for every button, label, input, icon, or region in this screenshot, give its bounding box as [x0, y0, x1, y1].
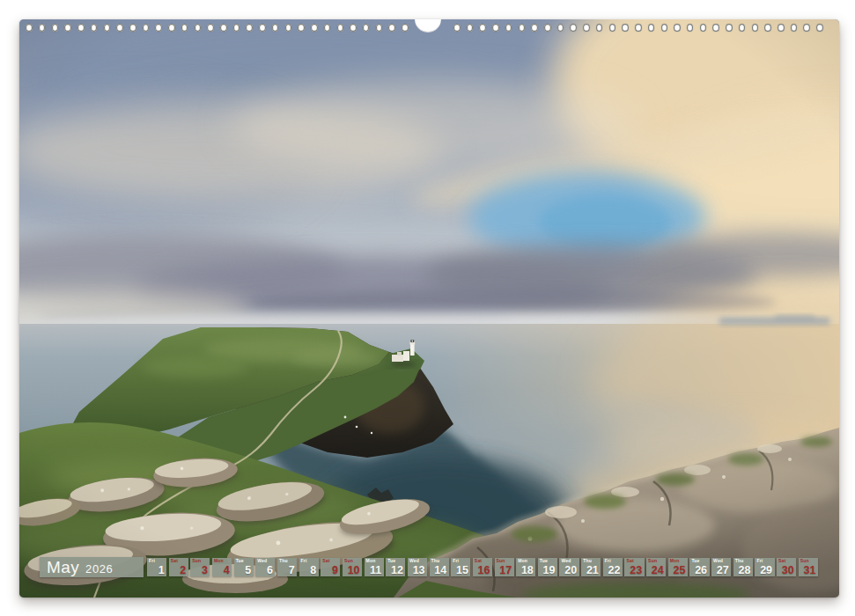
- weekday-label: Mon: [518, 559, 527, 563]
- punch-hole: [246, 24, 253, 32]
- weekday-label: Thu: [583, 559, 592, 563]
- days-row: Fri1Sat2Sun3Mon4Tue5Wed6Thu7Fri8Sat9Sun1…: [147, 558, 818, 576]
- day-number: 4: [224, 565, 230, 576]
- punch-hole: [129, 24, 136, 32]
- punch-hole: [195, 24, 202, 32]
- punch-hole: [155, 24, 162, 32]
- weekday-label: Sat: [475, 559, 482, 563]
- punch-hole: [661, 24, 668, 32]
- punch-hole: [596, 24, 603, 32]
- weekday-label: Thu: [735, 559, 744, 563]
- punch-hole: [570, 24, 577, 32]
- calendar-day: Sun24: [646, 558, 666, 576]
- calendar-day: Fri29: [755, 558, 774, 576]
- punch-hole: [453, 24, 461, 32]
- calendar-strip: May 2026 Fri1Sat2Sun3Mon4Tue5Wed6Thu7Fri…: [19, 557, 839, 578]
- punch-hole: [544, 24, 551, 32]
- calendar-day: Sun3: [190, 558, 210, 576]
- punch-hole: [337, 24, 344, 32]
- calendar-day: Wed6: [255, 558, 275, 576]
- day-number: 9: [332, 565, 338, 576]
- weekday-label: Tue: [236, 559, 244, 563]
- punch-hole: [26, 24, 33, 32]
- calendar-day: Tue12: [386, 558, 405, 576]
- day-number: 15: [456, 565, 468, 576]
- weekday-label: Sun: [192, 559, 201, 563]
- day-number: 5: [245, 565, 251, 576]
- punch-hole: [285, 24, 292, 32]
- day-number: 28: [738, 565, 750, 576]
- punch-hole: [311, 24, 318, 32]
- day-number: 16: [478, 565, 490, 576]
- day-number: 2: [180, 565, 186, 576]
- weekday-label: Sun: [497, 559, 505, 563]
- calendar-day: Wed20: [559, 558, 579, 576]
- day-number: 10: [348, 565, 360, 576]
- day-number: 3: [202, 565, 208, 576]
- weekday-label: Fri: [301, 559, 307, 563]
- punch-hole: [350, 24, 357, 32]
- day-number: 14: [434, 565, 446, 576]
- weekday-label: Sat: [626, 559, 633, 563]
- calendar-day: Sat16: [473, 558, 492, 576]
- punch-hole: [233, 24, 240, 32]
- weekday-label: Mon: [670, 559, 680, 563]
- calendar-day: Mon25: [668, 558, 688, 576]
- punch-hole: [700, 24, 707, 32]
- punch-hole: [674, 24, 681, 32]
- day-number: 19: [543, 565, 556, 576]
- punch-hole: [272, 24, 279, 32]
- day-number: 27: [717, 565, 729, 576]
- calendar-day: Wed13: [408, 558, 427, 576]
- year-label: 2026: [85, 563, 113, 575]
- day-number: 6: [267, 565, 273, 576]
- day-number: 24: [652, 565, 664, 576]
- punch-hole: [752, 24, 759, 32]
- weekday-label: Wed: [409, 559, 419, 563]
- punch-hole: [492, 24, 499, 32]
- calendar-day: Tue19: [538, 558, 557, 576]
- day-number: 30: [782, 565, 794, 576]
- weekday-label: Tue: [387, 559, 395, 563]
- calendar-day: Mon4: [212, 558, 232, 576]
- month-name: May: [47, 559, 79, 576]
- weekday-label: Tue: [540, 559, 548, 563]
- punch-hole: [764, 24, 771, 32]
- weekday-label: Sun: [800, 559, 809, 563]
- punch-hole: [259, 24, 266, 32]
- day-number: 13: [413, 565, 425, 576]
- day-number: 21: [586, 565, 599, 576]
- day-number: 11: [370, 565, 381, 576]
- calendar-day: Thu14: [430, 558, 449, 576]
- punch-hole: [298, 24, 305, 32]
- day-number: 25: [674, 565, 686, 576]
- punch-hole: [622, 24, 629, 32]
- day-number: 31: [803, 565, 815, 576]
- calendar-day: Wed27: [711, 558, 731, 576]
- punch-hole: [104, 24, 111, 32]
- calendar-day: Sun17: [495, 558, 514, 576]
- day-number: 1: [158, 565, 165, 576]
- day-number: 7: [289, 565, 295, 576]
- weekday-label: Sat: [171, 559, 178, 563]
- calendar-day: Thu7: [277, 558, 297, 576]
- punch-hole: [739, 24, 746, 32]
- weekday-label: Sun: [344, 559, 353, 563]
- calendar-day: Mon11: [365, 558, 384, 576]
- calendar-day: Thu28: [733, 558, 753, 576]
- punch-hole: [143, 24, 150, 32]
- punch-hole: [324, 24, 331, 32]
- product-image-background: { "calendar_page": { "description": "Wal…: [0, 0, 855, 616]
- punch-hole: [635, 24, 642, 32]
- punch-hole: [519, 24, 526, 32]
- punch-hole: [479, 24, 486, 32]
- weekday-label: Fri: [756, 559, 763, 563]
- punch-hole: [726, 24, 733, 32]
- weekday-label: Sat: [322, 559, 329, 563]
- calendar-day: Fri22: [603, 558, 623, 576]
- calendar-day: Fri15: [451, 558, 470, 576]
- calendar-day: Sat2: [169, 558, 188, 576]
- punch-hole: [363, 24, 370, 32]
- punch-hole: [388, 24, 395, 32]
- punch-hole: [402, 24, 409, 32]
